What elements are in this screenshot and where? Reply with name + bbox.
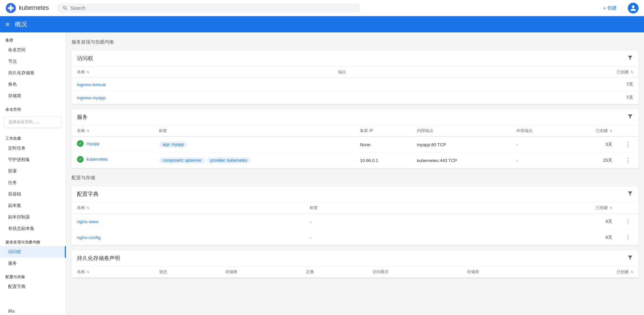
- configmap-card-title: 配置字典: [77, 191, 99, 198]
- svc-col-labels: 标签: [153, 125, 355, 137]
- search-input[interactable]: [71, 5, 355, 11]
- user-icon: [630, 5, 637, 11]
- sidebar-item-cron-jobs[interactable]: 定时任务: [0, 142, 66, 154]
- svc-name-sort-icon[interactable]: ⇅: [87, 129, 89, 133]
- myapp-tags: app: myapp: [153, 137, 355, 153]
- pvc-name-sort-icon[interactable]: ⇅: [87, 270, 89, 274]
- myapp-more-button[interactable]: ⋮: [623, 140, 633, 149]
- plus-icon: +: [603, 5, 606, 11]
- cm-col-created: 已创建 ⇅: [432, 202, 618, 214]
- sidebar-item-deployments[interactable]: 部署: [0, 165, 66, 177]
- svc-col-name: 名称 ⇅: [72, 125, 153, 137]
- namespace-section-label: 命名空间: [0, 102, 66, 113]
- cm-col-name: 名称 ⇅: [72, 202, 304, 214]
- main-content: 服务发现与负载均衡 访问权 名称 ⇅: [66, 32, 644, 315]
- service-table: 名称 ⇅ 标签 集群 IP 内部端点 外部端点: [72, 125, 639, 168]
- sidebar-item-roles[interactable]: 角色: [0, 79, 66, 90]
- svc-col-created: 已创建 ⇅: [564, 125, 618, 137]
- kubernetes-link[interactable]: kubernetes: [86, 157, 108, 162]
- pvc-filter-icon[interactable]: [627, 255, 633, 262]
- sidebar-item-services[interactable]: 服务: [0, 258, 66, 269]
- pvc-col-storage-class: 存储类: [461, 266, 542, 278]
- service-filter-icon[interactable]: [627, 113, 633, 121]
- sidebar-item-daemon-sets[interactable]: 守护进程集: [0, 154, 66, 165]
- sidebar-sts-label: 有状态副本集: [8, 226, 34, 232]
- service-card-title: 服务: [77, 114, 88, 121]
- ingress-name-sort-icon[interactable]: ⇅: [87, 70, 89, 74]
- k8s-internal: kubernetes:443 TCP: [412, 153, 511, 168]
- ingress-myapp-endpoints: [333, 91, 457, 104]
- sidebar-pods-label: 容器组: [8, 191, 21, 197]
- config-storage-title: 配置与存储: [72, 174, 639, 182]
- nginx-config-more-button[interactable]: ⋮: [623, 233, 633, 242]
- sidebar-item-jobs[interactable]: 任务: [0, 177, 66, 188]
- sidebar-rs-label: 副本集: [8, 203, 21, 209]
- pvc-created-sort-icon[interactable]: ⇅: [631, 270, 633, 274]
- sidebar-item-pv[interactable]: 持久化存储卷: [0, 67, 66, 79]
- sidebar: 集群 命名空间 节点 持久化存储卷 角色 存储类 命名空间 选择命名空间....…: [0, 32, 66, 315]
- topbar-divider: [622, 4, 622, 12]
- sidebar-item-pods[interactable]: 容器组: [0, 188, 66, 200]
- table-row: ✓ myapp app: myapp None myapp:80 TCP - 3…: [72, 137, 639, 153]
- sidebar-item-config-maps[interactable]: 配置字典: [0, 281, 66, 292]
- nginx-www-link[interactable]: nginx-www: [77, 219, 99, 224]
- cm-col-labels: 标签: [304, 202, 432, 214]
- namespace-dropdown[interactable]: 选择命名空间......: [4, 116, 62, 128]
- pvc-card: 持久化存储卷声明 名称 ⇅ 状态: [72, 251, 639, 278]
- config-section-label: 配置与存储: [0, 269, 66, 281]
- cluster-section-label: 集群: [0, 32, 66, 44]
- ingress-created-sort-icon[interactable]: ⇅: [631, 70, 633, 74]
- table-row: nginx-www - 4天 ⋮: [72, 214, 639, 230]
- pvc-col-name: 名称 ⇅: [72, 266, 154, 278]
- cm-created-sort-icon[interactable]: ⇅: [610, 206, 612, 210]
- sidebar-daemon-label: 守护进程集: [8, 157, 30, 163]
- myapp-external: -: [511, 137, 564, 153]
- sidebar-item-ingresses[interactable]: 访问权: [0, 246, 66, 258]
- configmap-table: 名称 ⇅ 标签 已创建 ⇅: [72, 202, 639, 245]
- sidebar-ingress-label: 访问权: [8, 249, 21, 255]
- menu-icon[interactable]: ≡: [5, 21, 9, 28]
- sidebar-item-replica-sets[interactable]: 副本集: [0, 200, 66, 211]
- k8s-logo-icon: [5, 3, 16, 14]
- ingress-tomcat-endpoints: [333, 78, 457, 91]
- sidebar-item-stateful-sets[interactable]: 有状态副本集: [0, 223, 66, 234]
- cm-name-sort-icon[interactable]: ⇅: [87, 206, 89, 210]
- service-section-label: 服务发现与负载均衡: [0, 234, 66, 246]
- sidebar-item-namespaces[interactable]: 命名空间: [0, 44, 66, 56]
- service-card-header: 服务: [72, 109, 639, 125]
- create-button[interactable]: + 创建: [603, 5, 617, 11]
- k8s-external: -: [511, 153, 564, 168]
- svg-point-1: [9, 7, 12, 9]
- pvc-col-created: 已创建 ⇅: [542, 266, 639, 278]
- sidebar-item-storage-classes[interactable]: 存储类: [0, 90, 66, 102]
- pvc-col-volume: 存储卷: [220, 266, 301, 278]
- nginx-www-created: 4天: [432, 214, 618, 230]
- table-row: nginx-config - 4天 ⋮: [72, 230, 639, 245]
- nginx-config-created: 4天: [432, 230, 618, 245]
- table-row: ✓ kubernetes component: apiserver provid…: [72, 153, 639, 168]
- sidebar-item-nodes[interactable]: 节点: [0, 56, 66, 67]
- svc-col-external: 外部端点: [511, 125, 564, 137]
- ingress-filter-icon[interactable]: [627, 55, 633, 62]
- ingress-tomcat-link[interactable]: ingress-tomcat: [77, 82, 106, 87]
- topbar-right: + 创建: [603, 3, 639, 14]
- sidebar-item-rc[interactable]: 副本控制器: [0, 211, 66, 223]
- sidebar-irs-label: IRs: [8, 309, 15, 314]
- myapp-link[interactable]: myapp: [86, 141, 100, 146]
- layout: 集群 命名空间 节点 持久化存储卷 角色 存储类 命名空间 选择命名空间....…: [0, 32, 644, 315]
- ingress-myapp-link[interactable]: ingress-myapp: [77, 95, 106, 100]
- nginx-config-link[interactable]: nginx-config: [77, 235, 101, 240]
- avatar[interactable]: [628, 3, 639, 14]
- svc-created-sort-icon[interactable]: ⇅: [610, 129, 612, 133]
- nginx-www-more-button[interactable]: ⋮: [623, 217, 633, 226]
- sidebar-item-irs[interactable]: IRs: [0, 306, 66, 315]
- ingress-card-title: 访问权: [77, 55, 93, 62]
- search-bar[interactable]: [57, 3, 361, 13]
- svc-col-cluster-ip: 集群 IP: [355, 125, 412, 137]
- table-row: ingress-tomcat 7天: [72, 78, 639, 91]
- kubernetes-more-button[interactable]: ⋮: [623, 156, 633, 165]
- service-card: 服务 名称 ⇅ 标签: [72, 109, 639, 168]
- k8s-created: 15天: [564, 153, 618, 168]
- configmap-filter-icon[interactable]: [627, 190, 633, 198]
- k8s-cluster-ip: 10.96.0.1: [355, 153, 412, 168]
